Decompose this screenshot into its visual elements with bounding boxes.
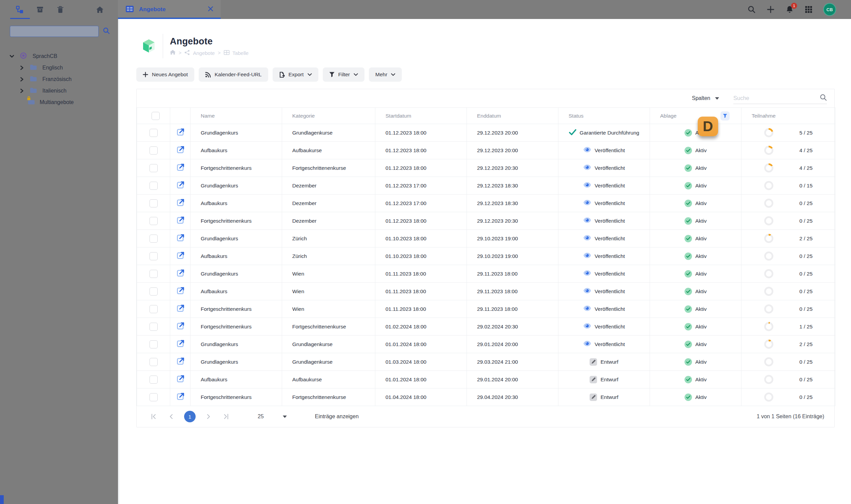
breadcrumb-section[interactable]: Angebote	[193, 50, 215, 56]
column-header-startdatum[interactable]: Startdatum	[375, 108, 467, 124]
column-header-enddatum[interactable]: Enddatum	[467, 108, 559, 124]
row-checkbox[interactable]	[149, 340, 158, 348]
user-avatar[interactable]: CB	[823, 3, 836, 16]
tree-view-icon[interactable]	[16, 5, 24, 14]
table-row[interactable]: Aufbaukurs Aufbaukurse 01.12.2023 18:00 …	[137, 142, 835, 159]
column-header-name[interactable]: Name	[191, 108, 282, 124]
row-checkbox[interactable]	[149, 182, 158, 190]
row-checkbox[interactable]	[149, 217, 158, 225]
open-offer-icon[interactable]	[176, 220, 185, 226]
open-offer-icon[interactable]	[176, 202, 185, 208]
open-offer-icon[interactable]	[176, 185, 185, 191]
tree-item-sprachcb[interactable]: SprachCB	[0, 51, 118, 62]
row-checkbox[interactable]	[149, 146, 158, 155]
table-row[interactable]: Aufbaukurs Wien 01.11.2023 18:00 29.11.2…	[137, 283, 835, 300]
cell-startdatum: 01.12.2023 17:00	[375, 195, 467, 212]
previous-page-icon[interactable]	[167, 413, 175, 420]
table-row[interactable]: Fortgeschrittenenkurs Fortgeschrittenenk…	[137, 159, 835, 177]
row-checkbox[interactable]	[149, 199, 158, 208]
column-header-teilnahme[interactable]: Teilnahme	[742, 108, 835, 124]
notifications-bell-icon[interactable]: 1	[785, 5, 794, 14]
last-page-icon[interactable]	[222, 413, 230, 420]
next-page-icon[interactable]	[205, 413, 213, 420]
table-row[interactable]: Aufbaukurs Aufbaukurse 01.01.2024 18:00 …	[137, 371, 835, 389]
current-page-button[interactable]: 1	[184, 411, 196, 422]
breadcrumb-view[interactable]: Tabelle	[233, 50, 249, 56]
tree-item-franzoesisch[interactable]: Französisch	[0, 74, 118, 85]
tree-item-italienisch[interactable]: Italienisch	[0, 85, 118, 96]
table-search-input[interactable]	[733, 95, 820, 101]
row-checkbox[interactable]	[149, 393, 158, 401]
row-checkbox[interactable]	[149, 164, 158, 172]
open-offer-icon[interactable]	[176, 308, 185, 314]
column-header-kategorie[interactable]: Kategorie	[282, 108, 375, 124]
chevron-right-icon[interactable]	[20, 88, 24, 93]
chevron-right-icon[interactable]	[20, 77, 24, 82]
breadcrumb-home-icon[interactable]	[170, 50, 176, 56]
open-offer-icon[interactable]	[176, 361, 185, 367]
first-page-icon[interactable]	[150, 413, 158, 420]
row-checkbox[interactable]	[149, 376, 158, 384]
trash-icon[interactable]	[56, 5, 65, 14]
home-icon[interactable]	[95, 5, 104, 14]
participation-value: 0 / 25	[793, 253, 813, 259]
open-offer-icon[interactable]	[176, 167, 185, 173]
open-offer-icon[interactable]	[176, 396, 185, 402]
row-checkbox[interactable]	[149, 358, 158, 366]
row-checkbox[interactable]	[149, 270, 158, 278]
sidebar: SprachCB Englisch Französisch	[0, 19, 118, 504]
open-offer-icon[interactable]	[176, 290, 185, 296]
page-size-select[interactable]: 25	[258, 414, 287, 420]
row-checkbox[interactable]	[149, 323, 158, 331]
open-offer-icon[interactable]	[176, 238, 185, 244]
open-offer-icon[interactable]	[176, 149, 185, 155]
open-offer-icon[interactable]	[176, 273, 185, 278]
table-row[interactable]: Grundlagenkurs Grundlagenkurse 01.01.202…	[137, 336, 835, 353]
row-checkbox[interactable]	[149, 235, 158, 243]
open-offer-icon[interactable]	[176, 132, 185, 138]
table-row[interactable]: Fortgeschrittenenkurs Dezember 01.12.202…	[137, 212, 835, 230]
columns-dropdown[interactable]: Spalten	[692, 95, 719, 101]
tab-angebote[interactable]: Angebote	[118, 0, 221, 19]
open-offer-icon[interactable]	[176, 255, 185, 261]
select-all-checkbox[interactable]	[152, 112, 160, 120]
sidebar-search-icon[interactable]	[103, 27, 110, 36]
row-checkbox[interactable]	[149, 287, 158, 295]
calendar-feed-url-button[interactable]: Kalender-Feed-URL	[199, 68, 268, 82]
table-row[interactable]: Grundlagenkurs Grundlagenkurse 01.12.202…	[137, 124, 835, 142]
table-row[interactable]: Grundlagenkurs Wien 01.11.2023 18:00 29.…	[137, 265, 835, 283]
more-button[interactable]: Mehr	[369, 68, 402, 82]
table-row[interactable]: Aufbaukurs Zürich 01.10.2023 18:00 29.10…	[137, 248, 835, 265]
table-row[interactable]: Fortgeschrittenenkurs Wien 01.11.2023 18…	[137, 300, 835, 318]
export-button[interactable]: Export	[272, 68, 318, 82]
table-row[interactable]: Fortgeschrittenenkurs Fortgeschrittenenk…	[137, 389, 835, 406]
tree-item-multiangebote[interactable]: Multiangebote	[0, 96, 118, 108]
column-header-status[interactable]: Status	[559, 108, 650, 124]
row-checkbox[interactable]	[149, 129, 158, 137]
open-offer-icon[interactable]	[176, 343, 185, 349]
open-offer-icon[interactable]	[176, 326, 185, 331]
tab-close-icon[interactable]	[208, 6, 213, 13]
row-checkbox[interactable]	[149, 252, 158, 260]
table-row[interactable]: Aufbaukurs Dezember 01.12.2023 17:00 29.…	[137, 195, 835, 212]
archive-icon[interactable]	[36, 5, 44, 14]
global-search-icon[interactable]	[747, 5, 756, 14]
add-icon[interactable]	[766, 5, 775, 14]
apps-grid-icon[interactable]	[804, 5, 813, 14]
ablage-filter-icon[interactable]	[721, 111, 730, 120]
filter-button[interactable]: Filter	[323, 68, 365, 82]
table-row[interactable]: Grundlagenkurs Dezember 01.12.2023 17:00…	[137, 177, 835, 195]
table-search-icon[interactable]	[820, 94, 827, 102]
chevron-down-icon[interactable]	[10, 54, 14, 59]
sidebar-search-input[interactable]	[10, 26, 99, 37]
tree-item-englisch[interactable]: Englisch	[0, 62, 118, 74]
chevron-right-icon[interactable]	[20, 66, 24, 70]
table-row[interactable]: Grundlagenkurs Zürich 01.10.2023 18:00 2…	[137, 230, 835, 248]
column-header-ablage[interactable]: Ablage	[650, 108, 742, 124]
cell-kategorie: Fortgeschrittenenkurse	[282, 318, 375, 336]
row-checkbox[interactable]	[149, 305, 158, 313]
open-offer-icon[interactable]	[176, 379, 185, 384]
new-offer-button[interactable]: Neues Angebot	[136, 68, 194, 82]
table-row[interactable]: Grundlagenkurs Grundlagenkurse 01.03.202…	[137, 353, 835, 371]
table-row[interactable]: Fortgeschrittenenkurs Fortgeschrittenenk…	[137, 318, 835, 336]
